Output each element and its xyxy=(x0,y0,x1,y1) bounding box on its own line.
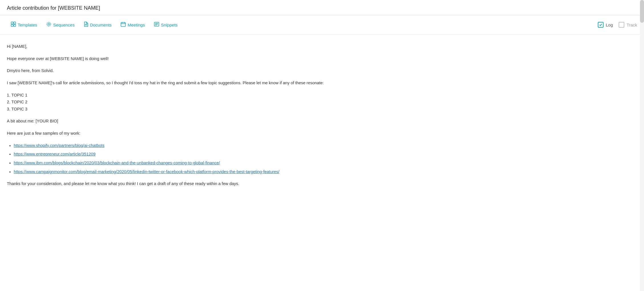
samples-intro: Here are just a few samples of my work: xyxy=(7,130,637,137)
toolbar-right: Log Track xyxy=(598,22,637,28)
email-container: Article contribution for [WEBSITE NAME] … xyxy=(0,0,644,201)
email-body: Hi [NAME], Hope everyone over at [WEBSIT… xyxy=(0,34,644,201)
toolbar-item-snippets[interactable]: Snippets xyxy=(150,19,181,30)
log-toggle[interactable]: Log xyxy=(598,22,613,28)
greeting: Hi [NAME], xyxy=(7,43,637,50)
list-item: https://www.campaignmonitor.com/blog/ema… xyxy=(14,168,637,175)
para3: I saw [WEBSITE NAME]'s call for article … xyxy=(7,79,637,87)
list-item: https://www.entrepreneur.com/article/351… xyxy=(14,151,637,158)
documents-icon xyxy=(84,22,88,28)
scrollbar-thumb[interactable] xyxy=(640,0,644,23)
templates-label: Templates xyxy=(18,22,37,27)
topic-3: 3. TOPIC 3 xyxy=(7,107,27,111)
toolbar-left: Templates Sequences xyxy=(7,19,598,30)
documents-label: Documents xyxy=(90,22,112,27)
meetings-label: Meetings xyxy=(127,22,145,27)
links-list: https://www.shopify.com/partners/blog/ai… xyxy=(14,142,637,175)
topics: 1. TOPIC 1 2. TOPIC 2 3. TOPIC 3 xyxy=(7,92,637,113)
email-title: Article contribution for [WEBSITE NAME] xyxy=(7,5,637,11)
toolbar-item-meetings[interactable]: Meetings xyxy=(117,19,149,30)
toolbar-item-templates[interactable]: Templates xyxy=(7,19,41,30)
closing: Thanks for your consideration, and pleas… xyxy=(7,180,637,187)
log-checkbox-icon xyxy=(598,22,604,28)
link-ibm[interactable]: https://www.ibm.com/blogs/blockchain/202… xyxy=(14,161,220,165)
link-shopify[interactable]: https://www.shopify.com/partners/blog/ai… xyxy=(14,143,104,148)
email-title-bar: Article contribution for [WEBSITE NAME] xyxy=(0,0,644,15)
para2: Dmytro here, from Solvid. xyxy=(7,67,637,74)
svg-point-5 xyxy=(47,22,51,26)
meetings-icon xyxy=(121,22,126,28)
topic-2: 2. TOPIC 2 xyxy=(7,100,27,104)
sequences-label: Sequences xyxy=(53,22,74,27)
svg-rect-8 xyxy=(121,22,125,26)
list-item: https://www.shopify.com/partners/blog/ai… xyxy=(14,142,637,149)
topic-1: 1. TOPIC 1 xyxy=(7,93,27,97)
templates-icon xyxy=(11,22,16,28)
toolbar: Templates Sequences xyxy=(0,15,644,34)
svg-point-4 xyxy=(48,23,50,25)
track-checkbox-icon xyxy=(619,22,624,28)
sequences-icon xyxy=(46,22,51,28)
toolbar-item-sequences[interactable]: Sequences xyxy=(42,19,78,30)
toolbar-item-documents[interactable]: Documents xyxy=(80,19,116,30)
link-entrepreneur[interactable]: https://www.entrepreneur.com/article/351… xyxy=(14,152,96,156)
track-toggle[interactable]: Track xyxy=(619,22,637,28)
svg-rect-1 xyxy=(14,22,16,24)
snippets-icon xyxy=(154,22,159,28)
svg-rect-3 xyxy=(14,24,16,26)
bio: A bit about me: [YOUR BIO] xyxy=(7,118,637,125)
para1: Hope everyone over at [WEBSITE NAME] is … xyxy=(7,55,637,62)
track-label: Track xyxy=(627,22,637,27)
scrollbar-track[interactable] xyxy=(640,0,644,291)
svg-rect-0 xyxy=(11,22,13,24)
link-campaignmonitor[interactable]: https://www.campaignmonitor.com/blog/ema… xyxy=(14,169,280,174)
log-label: Log xyxy=(606,22,613,27)
snippets-label: Snippets xyxy=(161,22,177,27)
svg-rect-2 xyxy=(11,24,13,26)
list-item: https://www.ibm.com/blogs/blockchain/202… xyxy=(14,159,637,167)
